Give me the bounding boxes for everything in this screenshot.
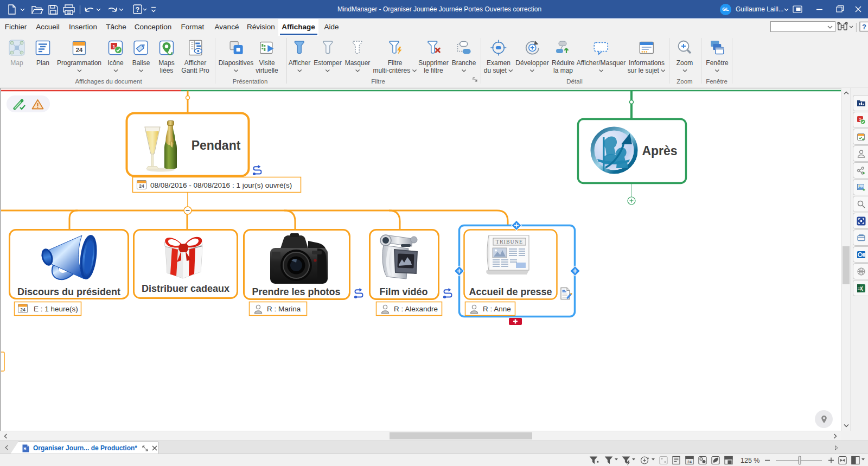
svg-text:R : Alexandre: R : Alexandre [394,305,438,313]
svg-text:125 %: 125 % [741,457,760,464]
svg-text:24: 24 [76,47,83,53]
svg-text:Pendant: Pendant [192,138,241,152]
svg-text:≡: ≡ [857,286,860,291]
svg-text:Discours du président: Discours du président [17,286,120,297]
svg-text:Film vidéo: Film vidéo [379,286,427,297]
svg-text:Distribuer cadeaux: Distribuer cadeaux [142,283,229,294]
svg-text:Après: Après [642,144,677,158]
svg-text:?: ? [136,6,139,14]
svg-text:24: 24 [139,183,144,189]
svg-text:Accueil de presse: Accueil de presse [469,286,552,297]
svg-text:24: 24 [687,460,692,464]
svg-text:TRIBUNE: TRIBUNE [496,239,523,245]
svg-text:24: 24 [20,307,25,312]
svg-text:08/08/2016 - 08/08/2016 : 1 jo: 08/08/2016 - 08/08/2016 : 1 jour(s) ouvr… [150,181,292,189]
svg-text:R : Marina: R : Marina [267,305,301,313]
svg-text:?: ? [862,23,866,31]
svg-text:E : 1 heure(s): E : 1 heure(s) [34,305,78,313]
svg-text:R : Anne: R : Anne [483,305,511,313]
svg-text:Prendre les photos: Prendre les photos [252,286,340,297]
